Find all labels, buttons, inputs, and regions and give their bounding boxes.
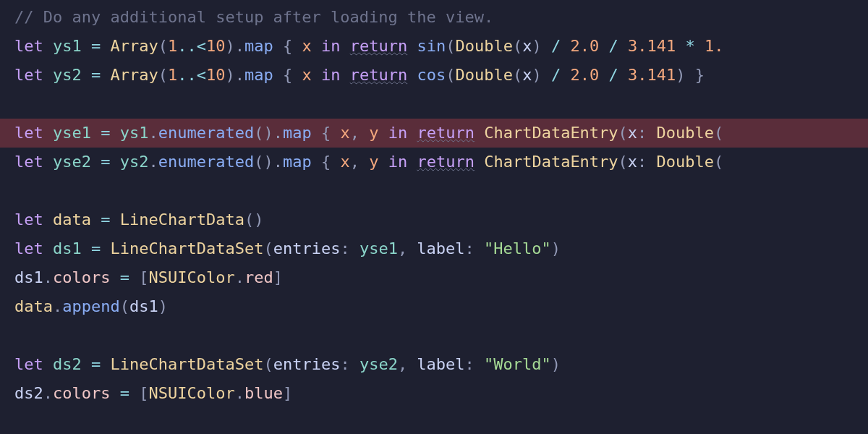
code-token: = bbox=[91, 37, 101, 55]
code-line[interactable]: ds1.colors = [NSUIColor.red] bbox=[0, 263, 868, 292]
code-token bbox=[312, 66, 321, 84]
code-line[interactable]: ds2.colors = [NSUIColor.blue] bbox=[0, 379, 868, 408]
code-token bbox=[475, 153, 484, 171]
code-token bbox=[82, 37, 91, 55]
code-token bbox=[82, 355, 91, 373]
code-token: : bbox=[340, 355, 349, 373]
code-token: Double bbox=[657, 124, 714, 142]
code-line[interactable]: data.append(ds1) bbox=[0, 292, 868, 321]
code-token bbox=[91, 153, 101, 171]
code-token: } bbox=[695, 66, 705, 84]
code-token: = bbox=[120, 384, 129, 402]
code-token: enumerated bbox=[158, 153, 254, 171]
code-token: . bbox=[43, 268, 53, 286]
code-token: blue bbox=[244, 384, 283, 402]
code-token: ( bbox=[263, 239, 273, 258]
code-token: map bbox=[244, 66, 273, 84]
code-token: [ bbox=[139, 384, 148, 402]
code-token: x bbox=[628, 153, 637, 171]
code-line[interactable]: let ys2 = Array(1..<10).map { x in retur… bbox=[0, 61, 868, 90]
code-token: 2.0 bbox=[570, 37, 599, 55]
code-token: [ bbox=[139, 268, 148, 286]
code-token: ) bbox=[158, 297, 168, 315]
code-token bbox=[331, 153, 340, 171]
code-token: let bbox=[14, 239, 43, 258]
code-token: : bbox=[637, 153, 647, 171]
code-line[interactable]: // Do any additional setup after loading… bbox=[0, 3, 868, 32]
code-token: . bbox=[43, 384, 53, 402]
code-token bbox=[110, 384, 119, 402]
code-line[interactable] bbox=[0, 176, 868, 205]
code-token: x bbox=[340, 153, 349, 171]
code-token: ds1 bbox=[53, 239, 82, 258]
code-token: entries bbox=[273, 239, 341, 258]
code-token: map bbox=[283, 124, 312, 142]
code-token bbox=[378, 153, 388, 171]
code-token bbox=[618, 37, 628, 55]
code-token: ds1 bbox=[129, 297, 158, 315]
code-token bbox=[82, 66, 91, 84]
code-token: yse1 bbox=[359, 239, 398, 258]
code-token bbox=[331, 124, 340, 142]
code-token: yse2 bbox=[359, 355, 398, 373]
code-token: return bbox=[417, 124, 474, 142]
code-token: 2.0 bbox=[570, 66, 599, 84]
code-token bbox=[312, 153, 321, 171]
code-token bbox=[129, 384, 139, 402]
code-line[interactable]: let yse1 = ys1.enumerated().map { x, y i… bbox=[0, 119, 868, 148]
code-token: entries bbox=[273, 355, 341, 373]
code-token: ds1 bbox=[14, 268, 43, 286]
code-token: // Do any additional setup after loading… bbox=[14, 8, 493, 26]
code-token: ( bbox=[513, 66, 522, 84]
code-token: 10 bbox=[206, 37, 226, 55]
code-token: x bbox=[302, 37, 311, 55]
code-token: ( bbox=[618, 153, 628, 171]
code-token bbox=[561, 37, 570, 55]
code-token bbox=[312, 37, 321, 55]
code-token bbox=[475, 355, 484, 373]
code-token: (). bbox=[254, 124, 283, 142]
code-token: label bbox=[407, 239, 464, 258]
code-token: return bbox=[350, 66, 407, 84]
code-token: label bbox=[407, 355, 464, 373]
code-token: , bbox=[398, 239, 407, 258]
code-token: y bbox=[369, 124, 378, 142]
code-line[interactable]: let ys1 = Array(1..<10).map { x in retur… bbox=[0, 32, 868, 61]
code-line[interactable]: let ds1 = LineChartDataSet(entries: yse1… bbox=[0, 234, 868, 263]
code-token bbox=[43, 153, 53, 171]
code-token: . bbox=[235, 268, 244, 286]
code-token: / bbox=[608, 66, 618, 84]
code-token: ( bbox=[714, 153, 723, 171]
code-token bbox=[599, 37, 608, 55]
code-token: data bbox=[53, 210, 91, 229]
code-token: in bbox=[321, 66, 341, 84]
code-token: = bbox=[120, 268, 129, 286]
code-token: ChartDataEntry bbox=[484, 153, 618, 171]
code-token bbox=[101, 37, 110, 55]
code-token bbox=[599, 66, 608, 84]
code-token: = bbox=[101, 153, 110, 171]
code-token: ). bbox=[225, 66, 244, 84]
code-token bbox=[542, 66, 551, 84]
code-token: ( bbox=[446, 37, 455, 55]
code-editor[interactable]: // Do any additional setup after loading… bbox=[0, 0, 868, 408]
code-token: ( bbox=[158, 66, 168, 84]
code-token: LineChartDataSet bbox=[111, 239, 264, 258]
code-token: = bbox=[101, 210, 110, 229]
code-token: / bbox=[608, 37, 618, 55]
code-token: / bbox=[551, 37, 561, 55]
code-token: = bbox=[91, 355, 101, 373]
code-token bbox=[359, 124, 369, 142]
code-token bbox=[378, 124, 388, 142]
code-token: { bbox=[321, 153, 331, 171]
code-line[interactable]: let data = LineChartData() bbox=[0, 205, 868, 234]
code-token bbox=[101, 355, 110, 373]
code-token: 1 bbox=[168, 66, 177, 84]
code-line[interactable]: let yse2 = ys2.enumerated().map { x, y i… bbox=[0, 148, 868, 176]
code-line[interactable] bbox=[0, 321, 868, 350]
code-line[interactable] bbox=[0, 90, 868, 119]
code-token bbox=[110, 124, 119, 142]
code-token: let bbox=[14, 153, 43, 171]
code-line[interactable]: let ds2 = LineChartDataSet(entries: yse2… bbox=[0, 350, 868, 379]
code-token bbox=[407, 37, 417, 55]
